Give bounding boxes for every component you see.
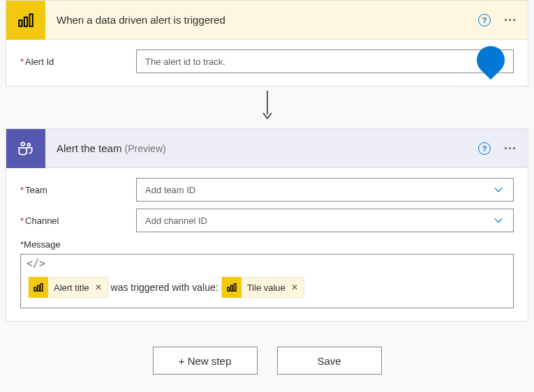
svg-rect-8	[40, 284, 43, 292]
message-box[interactable]: </> Alert title ✕ was trigge	[20, 254, 514, 308]
chevron-down-icon[interactable]	[491, 185, 506, 195]
close-icon[interactable]: ✕	[95, 282, 107, 292]
svg-rect-9	[228, 287, 230, 291]
svg-rect-6	[34, 287, 36, 291]
message-label: *Message	[20, 239, 514, 250]
new-step-button[interactable]: + New step	[153, 347, 258, 375]
svg-rect-11	[234, 284, 236, 292]
powerbi-icon	[29, 277, 48, 298]
help-icon[interactable]: ?	[478, 14, 491, 27]
save-button[interactable]: Save	[277, 347, 382, 375]
close-icon[interactable]: ✕	[291, 282, 304, 292]
svg-point-5	[27, 143, 30, 146]
more-icon[interactable]	[500, 15, 519, 25]
teams-icon	[6, 129, 45, 168]
token-label: Alert title	[48, 282, 95, 293]
more-icon[interactable]	[500, 143, 519, 153]
alert-id-input[interactable]	[144, 56, 506, 68]
svg-rect-10	[230, 285, 232, 291]
trigger-header[interactable]: When a data driven alert is triggered ?	[6, 1, 528, 40]
action-buttons: + New step Save	[0, 322, 534, 375]
action-body: *Team *Channel	[6, 168, 528, 321]
alert-id-field[interactable]	[136, 50, 514, 73]
preview-tag: (Preview)	[125, 143, 166, 154]
message-editor[interactable]: Alert title ✕ was triggered with value:	[21, 273, 513, 308]
svg-rect-0	[19, 20, 22, 27]
help-icon[interactable]: ?	[478, 142, 491, 155]
code-view-icon[interactable]: </>	[21, 255, 513, 273]
svg-rect-2	[29, 14, 32, 26]
powerbi-icon	[6, 1, 45, 40]
message-text: was triggered with value:	[111, 282, 218, 293]
action-header[interactable]: Alert the team (Preview) ?	[6, 129, 528, 168]
token-alert-title[interactable]: Alert title ✕	[28, 277, 108, 298]
add-dynamic-content-icon[interactable]	[471, 40, 511, 80]
team-label: *Team	[20, 185, 136, 195]
channel-field[interactable]	[136, 209, 514, 232]
trigger-title: When a data driven alert is triggered	[45, 14, 478, 26]
trigger-card: When a data driven alert is triggered ? …	[6, 0, 528, 86]
chevron-down-icon[interactable]	[492, 59, 502, 68]
svg-rect-1	[24, 17, 27, 26]
channel-label: *Channel	[20, 216, 136, 226]
chevron-down-icon[interactable]	[491, 216, 506, 225]
action-card: Alert the team (Preview) ? *Team	[6, 128, 528, 322]
trigger-body: *Alert Id	[6, 40, 528, 86]
team-field[interactable]	[136, 178, 514, 202]
channel-input[interactable]	[144, 215, 491, 227]
token-tile-value[interactable]: Tile value ✕	[221, 277, 304, 298]
powerbi-icon	[222, 277, 242, 298]
svg-point-4	[21, 142, 24, 146]
alert-id-label: *Alert Id	[20, 56, 136, 67]
team-input[interactable]	[144, 184, 491, 196]
token-label: Tile value	[242, 282, 291, 293]
action-title: Alert the team (Preview)	[45, 142, 478, 154]
svg-rect-7	[38, 285, 40, 291]
flow-arrow-icon	[0, 86, 534, 128]
